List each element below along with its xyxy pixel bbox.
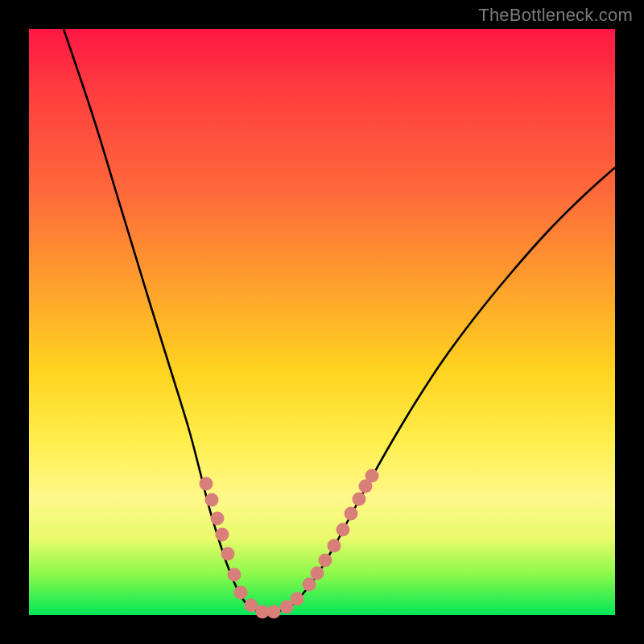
highlight-dot	[211, 512, 225, 526]
highlight-dot	[365, 469, 379, 483]
highlight-dot	[303, 578, 316, 592]
highlight-dot	[221, 547, 235, 561]
highlight-dot	[336, 523, 350, 537]
highlight-dot	[311, 567, 324, 580]
highlight-dot	[228, 568, 242, 582]
highlight-dot	[216, 528, 229, 542]
highlight-dot	[319, 554, 332, 568]
highlight-dot	[291, 592, 304, 606]
watermark-text: TheBottleneck.com	[478, 5, 633, 26]
bottleneck-curve-layer	[29, 29, 615, 615]
highlight-dot	[205, 493, 219, 507]
highlight-dot	[345, 507, 358, 521]
highlight-dot	[200, 477, 213, 491]
highlight-dot	[234, 586, 248, 600]
highlight-dots	[200, 469, 379, 619]
chart-frame: TheBottleneck.com	[0, 0, 644, 644]
highlight-dot	[328, 539, 341, 553]
highlight-dot	[353, 493, 366, 506]
highlight-dot	[267, 605, 281, 619]
